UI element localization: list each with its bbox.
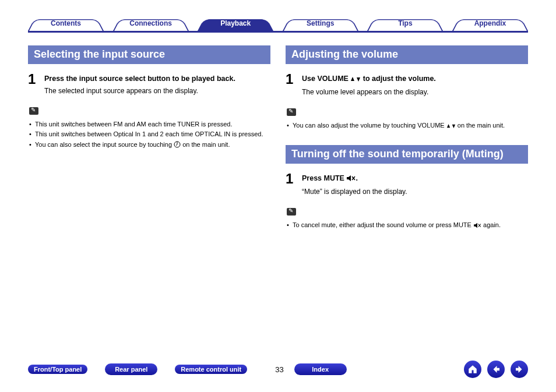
heading-selecting-input: Selecting the input source <box>28 45 270 64</box>
note-item: You can also select the input source by … <box>29 140 270 151</box>
prev-page-button[interactable] <box>487 361 505 378</box>
left-column: Selecting the input source 1 Press the i… <box>28 45 270 231</box>
pencil-note-icon <box>29 107 38 115</box>
note-item: To cancel mute, either adjust the sound … <box>287 220 528 231</box>
step-description: “Mute” is displayed on the display. <box>302 188 407 196</box>
step-instruction: Press MUTE . <box>302 173 528 185</box>
pencil-note-icon <box>287 108 296 116</box>
volume-updown-icon <box>446 122 456 132</box>
step-number: 1 <box>286 72 302 98</box>
tab-playback[interactable]: Playback <box>198 16 273 31</box>
tab-tips[interactable]: Tips <box>367 16 443 31</box>
note-item: You can also adjust the volume by touchi… <box>287 121 528 132</box>
link-front-top-panel[interactable]: Front/Top panel <box>28 365 87 375</box>
step-volume: 1 Use VOLUME to adjust the volume. The v… <box>286 72 528 98</box>
footer-nav: Front/Top panel Rear panel Remote contro… <box>28 361 528 378</box>
note-item: This unit switches between FM and AM eac… <box>29 119 270 129</box>
step-number: 1 <box>28 72 44 97</box>
notes-list: To cancel mute, either adjust the sound … <box>287 220 528 231</box>
volume-updown-icon <box>350 75 361 85</box>
tab-appendix[interactable]: Appendix <box>452 16 528 31</box>
heading-muting: Turning off the sound temporarily (Mutin… <box>286 145 528 164</box>
tab-connections[interactable]: Connections <box>113 16 189 31</box>
home-button[interactable] <box>464 361 481 378</box>
step-body: Press the input source select button to … <box>44 72 270 97</box>
note-item: This unit switches between Optical In 1 … <box>29 129 270 139</box>
page-number: 33 <box>275 365 283 374</box>
mute-icon <box>346 174 356 185</box>
step-mute: 1 Press MUTE . “Mute” is displayed on th… <box>286 172 528 197</box>
mute-icon <box>473 221 481 231</box>
step-input-source: 1 Press the input source select button t… <box>28 72 270 97</box>
tab-contents[interactable]: Contents <box>28 16 104 31</box>
source-icon <box>174 141 181 151</box>
notes-list: This unit switches between FM and AM eac… <box>29 119 270 151</box>
top-tab-nav: Contents Connections Playback Settings T… <box>28 16 528 33</box>
right-column: Adjusting the volume 1 Use VOLUME to adj… <box>286 45 528 231</box>
pencil-note-icon <box>287 208 296 216</box>
step-body: Use VOLUME to adjust the volume. The vol… <box>302 72 528 98</box>
step-body: Press MUTE . “Mute” is displayed on the … <box>302 172 528 197</box>
content-area: Selecting the input source 1 Press the i… <box>28 45 528 231</box>
next-page-button[interactable] <box>511 361 528 378</box>
tab-settings[interactable]: Settings <box>283 16 358 31</box>
link-remote-control-unit[interactable]: Remote control unit <box>175 365 247 375</box>
heading-adjusting-volume: Adjusting the volume <box>286 45 528 64</box>
step-instruction: Use VOLUME to adjust the volume. <box>302 73 528 85</box>
step-instruction: Press the input source select button to … <box>44 73 270 84</box>
step-number: 1 <box>286 172 302 197</box>
step-description: The selected input source appears on the… <box>44 87 198 95</box>
step-description: The volume level appears on the display. <box>302 88 428 96</box>
link-rear-panel[interactable]: Rear panel <box>105 363 157 376</box>
notes-list: You can also adjust the volume by touchi… <box>287 121 528 132</box>
link-index[interactable]: Index <box>294 363 347 376</box>
